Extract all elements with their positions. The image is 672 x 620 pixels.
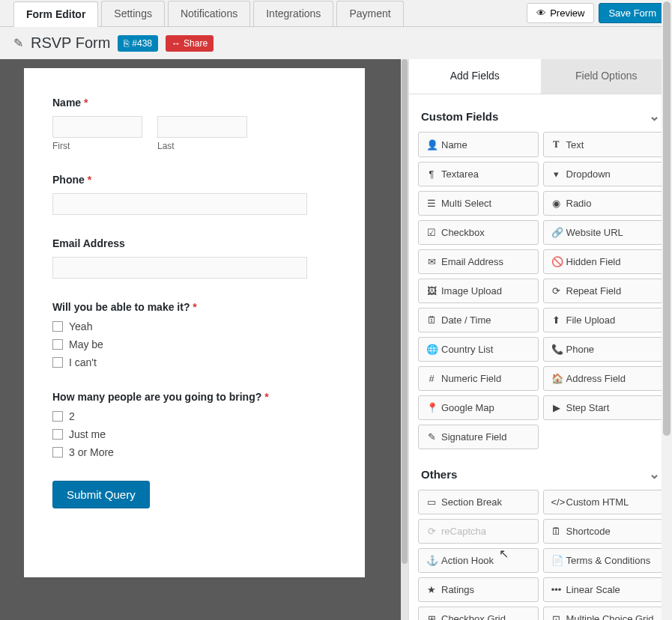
- q1-option-2[interactable]: I can't: [52, 356, 336, 368]
- tab-add-fields[interactable]: Add Fields: [409, 59, 541, 94]
- image-upload-field[interactable]: 🖼Image Upload: [418, 279, 539, 303]
- tab-form-editor[interactable]: Form Editor: [13, 1, 98, 27]
- tab-integrations[interactable]: Integrations: [253, 1, 333, 26]
- textarea-field[interactable]: ¶Textarea: [418, 162, 539, 186]
- form-id-text: #438: [132, 38, 152, 49]
- multi-select-field[interactable]: ☰Multi Select: [418, 191, 539, 216]
- section-break-field-label: Section Break: [441, 496, 502, 508]
- q2-opt1-label: Just me: [69, 428, 106, 440]
- recaptcha-field-label: reCaptcha: [441, 526, 486, 537]
- page-scrollbar[interactable]: [662, 0, 672, 620]
- q1-option-0[interactable]: Yeah: [52, 320, 336, 332]
- text-field[interactable]: 𝐓Text: [543, 132, 664, 157]
- section-break-field[interactable]: ▭Section Break: [418, 490, 539, 514]
- checkbox-icon: [52, 357, 63, 368]
- q2-option-0[interactable]: 2: [52, 410, 336, 422]
- field-attendance[interactable]: Will you be able to make it? * Yeah May …: [52, 301, 336, 368]
- field-email[interactable]: Email Address: [52, 237, 336, 279]
- last-name-input[interactable]: [157, 116, 247, 138]
- tab-notifications[interactable]: Notifications: [168, 1, 250, 26]
- canvas-scrollbar[interactable]: [401, 59, 408, 620]
- google-map-field-label: Google Map: [441, 402, 494, 413]
- numeric-field[interactable]: #Numeric Field: [418, 366, 539, 391]
- phone-input[interactable]: [52, 193, 307, 215]
- copy-icon: ⎘: [124, 38, 129, 49]
- multi-select-field-icon: ☰: [426, 198, 437, 209]
- q2-label: How many people are you going to bring? …: [52, 391, 336, 403]
- signature-field-icon: ✎: [426, 431, 437, 443]
- country-list-field[interactable]: 🌐Country List: [418, 337, 539, 362]
- custom-html-field[interactable]: </>Custom HTML: [543, 490, 664, 514]
- dropdown-field[interactable]: ▾Dropdown: [543, 162, 664, 186]
- tab-field-options[interactable]: Field Options: [541, 59, 673, 94]
- form-id-badge[interactable]: ⎘ #438: [118, 35, 158, 52]
- email-field-btn[interactable]: ✉Email Address: [418, 249, 539, 274]
- tab-payment[interactable]: Payment: [336, 1, 403, 26]
- form-canvas: Name * First Last Phone *: [24, 68, 365, 577]
- name-label: Name *: [52, 97, 336, 109]
- email-label: Email Address: [52, 237, 336, 249]
- checkbox-field[interactable]: ☑Checkbox: [418, 220, 539, 245]
- email-field-btn-icon: ✉: [426, 256, 437, 267]
- q2-option-2[interactable]: 3 or More: [52, 446, 336, 458]
- section-others-title: Others: [421, 468, 457, 481]
- textarea-field-label: Textarea: [441, 168, 479, 180]
- terms-field[interactable]: 📄Terms & Conditions: [543, 548, 664, 573]
- phone-field[interactable]: 📞Phone: [543, 337, 664, 362]
- q1-opt0-label: Yeah: [69, 320, 92, 332]
- q2-option-1[interactable]: Just me: [52, 428, 336, 440]
- date-time-field-label: Date / Time: [441, 314, 491, 326]
- step-start-field[interactable]: ▶Step Start: [543, 395, 664, 420]
- form-canvas-scroll[interactable]: Name * First Last Phone *: [0, 59, 408, 620]
- submit-button[interactable]: Submit Query: [52, 481, 150, 508]
- shortcode-field-label: Shortcode: [566, 526, 611, 537]
- save-form-button[interactable]: Save Form: [599, 3, 666, 23]
- checkbox-icon: [52, 339, 63, 350]
- hidden-field[interactable]: 🚫Hidden Field: [543, 249, 664, 274]
- step-start-field-label: Step Start: [566, 402, 610, 413]
- sidebar-content[interactable]: Custom Fields ⌄ 👤Name𝐓Text¶Textarea▾Drop…: [409, 94, 672, 620]
- field-name[interactable]: Name * First Last: [52, 97, 336, 151]
- date-time-field[interactable]: 🗓Date / Time: [418, 308, 539, 332]
- terms-field-icon: 📄: [551, 555, 562, 566]
- image-upload-field-icon: 🖼: [426, 285, 437, 297]
- radio-field[interactable]: ◉Radio: [543, 191, 664, 216]
- preview-button[interactable]: 👁 Preview: [527, 3, 594, 23]
- first-name-input[interactable]: [52, 116, 142, 138]
- section-custom-fields[interactable]: Custom Fields ⌄: [418, 100, 663, 132]
- address-field-icon: 🏠: [551, 373, 562, 384]
- file-upload-field[interactable]: ⬆File Upload: [543, 308, 664, 332]
- repeat-field[interactable]: ⟳Repeat Field: [543, 279, 664, 303]
- q1-opt2-label: I can't: [69, 356, 97, 368]
- share-badge[interactable]: ↔ Share: [166, 35, 214, 52]
- linear-scale-field[interactable]: •••Linear Scale: [543, 577, 664, 602]
- checkbox-field-icon: ☑: [426, 227, 437, 238]
- google-map-field[interactable]: 📍Google Map: [418, 395, 539, 420]
- q1-label: Will you be able to make it? *: [52, 301, 336, 313]
- file-upload-field-label: File Upload: [566, 314, 616, 326]
- website-url-field[interactable]: 🔗Website URL: [543, 220, 664, 245]
- name-field-label: Name: [441, 139, 467, 151]
- multiple-choice-grid-field-label: Multiple Choice Grid: [566, 613, 654, 620]
- shortcode-field-icon: 🗓: [551, 526, 562, 537]
- address-field[interactable]: 🏠Address Field: [543, 366, 664, 391]
- section-others[interactable]: Others ⌄: [418, 458, 663, 490]
- action-hook-field[interactable]: ⚓Action Hook: [418, 548, 539, 573]
- tab-settings[interactable]: Settings: [101, 1, 165, 26]
- name-field[interactable]: 👤Name: [418, 132, 539, 157]
- checkbox-grid-field-label: Checkbox Grid: [441, 613, 506, 620]
- field-guests[interactable]: How many people are you going to bring? …: [52, 391, 336, 458]
- ratings-field[interactable]: ★Ratings: [418, 577, 539, 602]
- checkbox-grid-field[interactable]: ⊞Checkbox Grid: [418, 607, 539, 620]
- shortcode-field[interactable]: 🗓Shortcode: [543, 519, 664, 544]
- step-start-field-icon: ▶: [551, 402, 562, 413]
- email-input[interactable]: [52, 257, 307, 279]
- linear-scale-field-label: Linear Scale: [566, 584, 620, 595]
- action-hook-field-icon: ⚓: [426, 555, 437, 566]
- multiple-choice-grid-field[interactable]: ⊡Multiple Choice Grid: [543, 607, 664, 620]
- q1-option-1[interactable]: May be: [52, 338, 336, 350]
- checkbox-icon: [52, 429, 63, 440]
- signature-field[interactable]: ✎Signature Field: [418, 425, 539, 449]
- field-phone[interactable]: Phone *: [52, 174, 336, 215]
- hidden-field-label: Hidden Field: [566, 256, 621, 267]
